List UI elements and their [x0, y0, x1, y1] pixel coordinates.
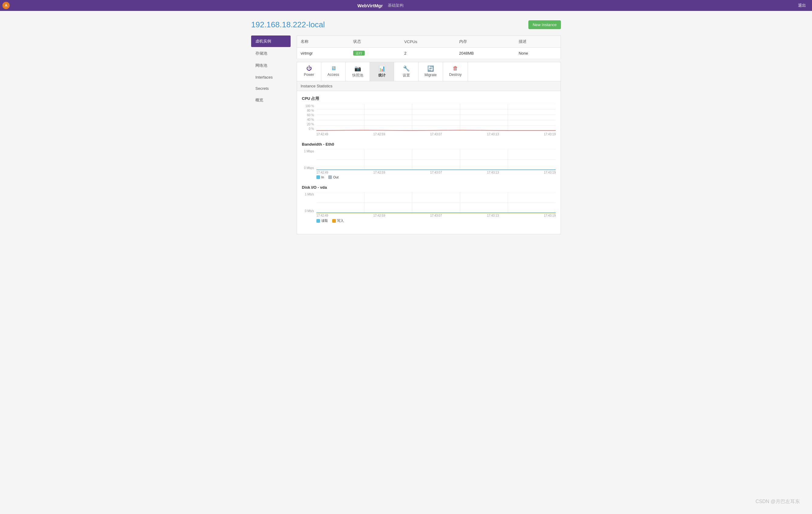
cpu-y-0: 0 %: [302, 127, 314, 130]
new-instance-button[interactable]: New Instance: [528, 20, 561, 29]
disk-x-2: 17:42:59: [373, 214, 385, 217]
snapshot-icon: 📷: [354, 65, 361, 72]
cpu-y-20: 20 %: [302, 123, 314, 126]
disk-chart-section: Disk I/O - vda 1 Mb/s 0 Mb/s: [302, 185, 556, 223]
stats-icon: 📊: [379, 65, 385, 72]
legend-out: Out: [328, 175, 339, 179]
access-icon: 🖥: [331, 65, 336, 71]
cpu-x-5: 17:43:19: [544, 132, 556, 136]
legend-write-color: [332, 219, 336, 223]
bw-x-2: 17:42:59: [373, 171, 385, 174]
instance-name: virtmgr: [297, 48, 350, 59]
legend-in-label: In: [321, 175, 324, 179]
sidebar-item-overview[interactable]: 概览: [251, 94, 291, 106]
navbar-link[interactable]: 基础架构: [388, 3, 404, 8]
table-row[interactable]: virtmgr 运行 2 2048MB None: [297, 48, 561, 59]
disk-x-5: 17:43:19: [544, 214, 556, 217]
tab-power[interactable]: ⏻ Power: [297, 62, 321, 81]
disk-chart-title: Disk I/O - vda: [302, 185, 556, 190]
disk-x-4: 17:43:13: [487, 214, 499, 217]
disk-x-1: 17:42:49: [316, 214, 328, 217]
col-header-name: 名称: [297, 36, 350, 48]
navbar: A WebVirtMgr 基础架构 退出: [0, 0, 812, 11]
content-area: 名称 状态 VCPUs 内存 描述 virtmgr 运行 2 2048MB No…: [297, 35, 561, 234]
destroy-icon: 🗑: [453, 65, 458, 71]
legend-in-color: [316, 175, 320, 179]
cpu-x-4: 17:43:13: [487, 132, 499, 136]
tab-settings[interactable]: 🔧 设置: [394, 62, 418, 81]
power-icon: ⏻: [307, 65, 312, 71]
instance-status: 运行: [350, 48, 401, 59]
cpu-chart-section: CPU 占用 100 % 80 % 60 % 40 % 20 % 0 %: [302, 96, 556, 136]
settings-icon: 🔧: [403, 65, 410, 72]
tab-stats-label: 统计: [378, 73, 386, 78]
instance-desc: None: [515, 48, 561, 59]
legend-out-color: [328, 175, 332, 179]
tab-migrate[interactable]: 🔄 Migrate: [418, 62, 443, 81]
bw-x-5: 17:43:19: [544, 171, 556, 174]
col-header-vcpus: VCPUs: [401, 36, 455, 48]
cpu-x-1: 17:42:49: [316, 132, 328, 136]
tab-access-label: Access: [327, 72, 339, 77]
bw-x-3: 17:43:07: [430, 171, 442, 174]
tab-stats[interactable]: 📊 统计: [370, 62, 394, 81]
cpu-y-100: 100 %: [302, 104, 314, 108]
page-content: 192.168.18.222-local New Instance 虚机实例 存…: [239, 11, 573, 243]
sidebar-item-interfaces[interactable]: Interfaces: [251, 72, 291, 83]
page-title: 192.168.18.222-local: [251, 20, 325, 29]
tab-settings-label: 设置: [403, 73, 410, 78]
tab-migrate-label: Migrate: [425, 73, 437, 77]
navbar-logo: A: [2, 2, 10, 9]
disk-legend: 读取 写入: [316, 218, 556, 223]
sidebar-item-storage-pool[interactable]: 存储池: [251, 48, 291, 59]
stats-panel-header: Instance Statistics: [297, 81, 560, 91]
bandwidth-chart-svg: [316, 149, 556, 170]
bw-y-1: 1 Mbps: [302, 150, 314, 153]
legend-read: 读取: [316, 218, 328, 223]
stats-panel: Instance Statistics CPU 占用 100 % 80 % 60…: [297, 81, 561, 234]
col-header-memory: 内存: [456, 36, 515, 48]
tab-destroy-label: Destroy: [449, 72, 462, 77]
tab-snapshot[interactable]: 📷 快照池: [346, 62, 370, 81]
instance-memory: 2048MB: [456, 48, 515, 59]
disk-chart-svg: [316, 192, 556, 213]
sidebar-item-network-pool[interactable]: 网络池: [251, 60, 291, 71]
bw-y-0: 0 Mbps: [302, 166, 314, 170]
page-header: 192.168.18.222-local New Instance: [251, 20, 561, 29]
disk-y-0: 0 Mb/s: [302, 209, 314, 213]
bandwidth-chart-title: Bandwidth - Eth0: [302, 142, 556, 147]
legend-write-label: 写入: [337, 218, 344, 223]
legend-read-color: [316, 219, 320, 223]
instance-table: 名称 状态 VCPUs 内存 描述 virtmgr 运行 2 2048MB No…: [297, 35, 561, 59]
main-layout: 虚机实例 存储池 网络池 Interfaces Secrets 概览 名称 状态…: [251, 35, 561, 234]
navbar-logout[interactable]: 退出: [798, 3, 806, 8]
bw-x-4: 17:43:13: [487, 171, 499, 174]
col-header-status: 状态: [350, 36, 401, 48]
legend-in: In: [316, 175, 324, 179]
tab-access[interactable]: 🖥 Access: [321, 62, 346, 81]
cpu-chart-svg: [316, 104, 556, 131]
bandwidth-legend: In Out: [316, 175, 556, 179]
cpu-x-2: 17:42:59: [373, 132, 385, 136]
instance-vcpus: 2: [401, 48, 455, 59]
cpu-y-40: 40 %: [302, 118, 314, 121]
col-header-desc: 描述: [515, 36, 561, 48]
cpu-x-3: 17:43:07: [430, 132, 442, 136]
migrate-icon: 🔄: [427, 65, 434, 72]
cpu-y-80: 80 %: [302, 109, 314, 112]
sidebar: 虚机实例 存储池 网络池 Interfaces Secrets 概览: [251, 35, 291, 234]
navbar-brand: WebVirtMgr: [357, 3, 383, 8]
disk-x-3: 17:43:07: [430, 214, 442, 217]
bw-x-1: 17:42:49: [316, 171, 328, 174]
cpu-chart-title: CPU 占用: [302, 96, 556, 101]
disk-y-1: 1 Mb/s: [302, 193, 314, 196]
tab-destroy[interactable]: 🗑 Destroy: [443, 62, 468, 81]
legend-read-label: 读取: [321, 218, 328, 223]
cpu-y-60: 60 %: [302, 114, 314, 117]
sidebar-item-secrets[interactable]: Secrets: [251, 83, 291, 94]
legend-write: 写入: [332, 218, 344, 223]
tab-power-label: Power: [304, 72, 314, 77]
sidebar-item-vm-instance[interactable]: 虚机实例: [251, 35, 291, 47]
tab-snapshot-label: 快照池: [352, 73, 363, 78]
legend-out-label: Out: [333, 175, 339, 179]
